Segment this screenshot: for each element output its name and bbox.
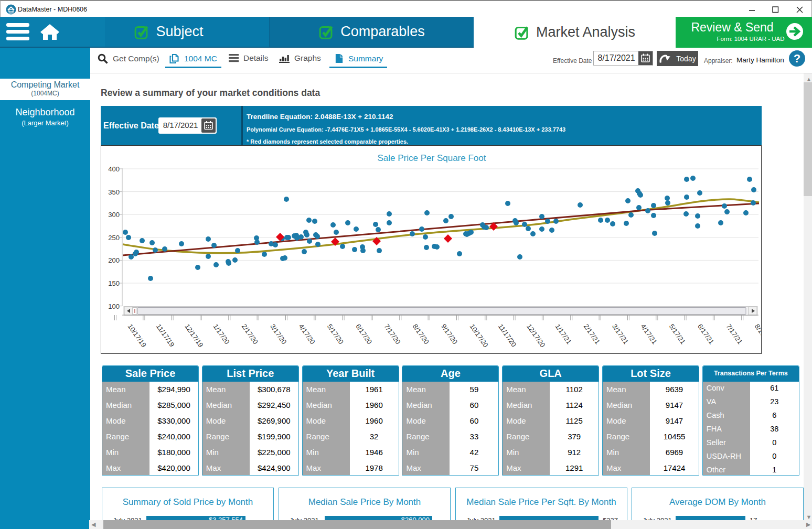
svg-text:5/17/21: 5/17/21 (668, 322, 687, 346)
svg-text:1/17/20: 1/17/20 (212, 322, 231, 346)
svg-text:150: 150 (108, 279, 120, 287)
svg-text:11/17/19: 11/17/19 (155, 322, 176, 348)
svg-text:350: 350 (108, 188, 120, 196)
svg-text:6/17/20: 6/17/20 (354, 322, 373, 346)
svg-text:200: 200 (108, 256, 120, 264)
svg-text:12/17/19: 12/17/19 (183, 322, 205, 349)
svg-text:4/17/20: 4/17/20 (297, 322, 317, 346)
svg-text:8/17/21: 8/17/21 (753, 322, 761, 346)
svg-text:9/17/20: 9/17/20 (440, 322, 459, 346)
svg-text:11/17/20: 11/17/20 (497, 322, 518, 348)
svg-text:300: 300 (108, 211, 120, 219)
svg-text:3000: 3000 (8, 12, 14, 14)
svg-text:4/17/21: 4/17/21 (639, 322, 658, 346)
svg-text:100: 100 (108, 303, 120, 310)
svg-text:6/17/21: 6/17/21 (696, 322, 715, 346)
svg-text:250: 250 (108, 234, 120, 242)
svg-text:7/17/21: 7/17/21 (724, 322, 744, 346)
svg-text:12/17/20: 12/17/20 (525, 322, 547, 349)
svg-text:10/17/19: 10/17/19 (126, 322, 148, 349)
svg-text:3/17/20: 3/17/20 (269, 322, 288, 346)
svg-text:400: 400 (108, 165, 120, 173)
svg-text:3/17/21: 3/17/21 (611, 322, 630, 346)
svg-text:10/17/20: 10/17/20 (468, 322, 490, 349)
svg-text:5/17/20: 5/17/20 (326, 322, 345, 346)
svg-text:2/17/21: 2/17/21 (582, 322, 602, 346)
svg-text:2/17/20: 2/17/20 (240, 322, 260, 346)
svg-text:7/17/20: 7/17/20 (383, 322, 402, 346)
svg-text:1/17/21: 1/17/21 (553, 322, 573, 346)
svg-text:8/17/20: 8/17/20 (411, 322, 431, 346)
